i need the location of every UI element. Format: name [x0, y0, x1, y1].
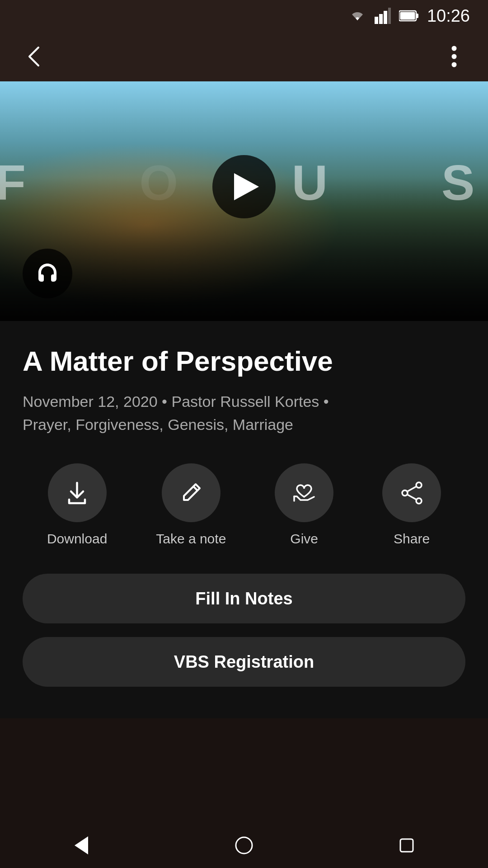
- fill-notes-label: Fill In Notes: [195, 589, 292, 609]
- more-options-button[interactable]: [438, 41, 470, 72]
- more-options-icon: [451, 45, 457, 68]
- status-icons: 10:26: [348, 6, 470, 26]
- nav-bar: [0, 32, 488, 81]
- svg-rect-17: [400, 839, 413, 852]
- headphone-button[interactable]: [23, 249, 72, 298]
- sermon-meta: November 12, 2020 • Pastor Russell Korte…: [23, 390, 465, 436]
- nav-home-button[interactable]: [226, 827, 262, 863]
- wifi-icon: [348, 9, 366, 23]
- bottom-nav: [0, 823, 488, 868]
- share-label: Share: [394, 531, 430, 547]
- status-bar: 10:26: [0, 0, 488, 32]
- svg-point-7: [452, 46, 457, 51]
- note-circle: [162, 463, 221, 522]
- note-label: Take a note: [156, 531, 226, 547]
- share-action[interactable]: Share: [382, 463, 441, 547]
- nav-back-button[interactable]: [63, 827, 99, 863]
- svg-line-13: [407, 486, 416, 491]
- fill-notes-button[interactable]: Fill In Notes: [23, 574, 465, 623]
- nav-recent-button[interactable]: [389, 827, 425, 863]
- meta-separator-2: •: [324, 393, 329, 410]
- svg-point-8: [452, 54, 457, 59]
- share-circle: [382, 463, 441, 522]
- note-action[interactable]: Take a note: [156, 463, 226, 547]
- sermon-pastor: Pastor Russell Kortes: [171, 393, 319, 410]
- status-time: 10:26: [427, 6, 470, 26]
- sermon-date: November 12, 2020: [23, 393, 158, 410]
- pencil-icon: [178, 481, 203, 505]
- battery-icon: [399, 9, 419, 22]
- svg-point-10: [416, 482, 422, 488]
- back-arrow-icon: [23, 45, 45, 68]
- play-icon: [234, 173, 259, 200]
- back-button[interactable]: [18, 41, 50, 72]
- download-action[interactable]: Download: [47, 463, 107, 547]
- headphone-icon: [34, 260, 61, 287]
- play-button[interactable]: [212, 155, 276, 218]
- svg-rect-5: [416, 14, 418, 18]
- svg-rect-1: [379, 14, 383, 24]
- content-area: A Matter of Perspective November 12, 202…: [0, 321, 488, 718]
- svg-marker-15: [75, 836, 88, 854]
- svg-point-11: [416, 498, 422, 504]
- download-label: Download: [47, 531, 107, 547]
- signal-icon: [375, 8, 391, 24]
- nav-back-icon: [70, 834, 93, 857]
- action-row: Download Take a note: [23, 463, 465, 547]
- download-circle: [48, 463, 107, 522]
- give-circle: [275, 463, 333, 522]
- nav-home-icon: [235, 836, 253, 854]
- svg-rect-0: [375, 17, 378, 24]
- give-label: Give: [290, 531, 318, 547]
- give-action[interactable]: Give: [275, 463, 333, 547]
- svg-point-12: [402, 490, 408, 495]
- sermon-tags: Prayer, Forgiveness, Genesis, Marriage: [23, 416, 293, 433]
- svg-point-16: [236, 837, 252, 854]
- vbs-label: VBS Registration: [174, 652, 314, 672]
- vbs-registration-button[interactable]: VBS Registration: [23, 637, 465, 687]
- nav-recent-icon: [398, 836, 416, 854]
- give-icon: [291, 481, 318, 505]
- svg-rect-2: [384, 11, 387, 24]
- sermon-title: A Matter of Perspective: [23, 346, 465, 377]
- svg-rect-6: [400, 12, 415, 20]
- svg-point-9: [452, 62, 457, 67]
- share-icon: [399, 481, 424, 505]
- download-icon: [65, 481, 89, 505]
- svg-rect-3: [388, 8, 391, 24]
- svg-line-14: [407, 495, 416, 500]
- video-thumbnail: F O U S: [0, 81, 488, 321]
- meta-separator: •: [162, 393, 171, 410]
